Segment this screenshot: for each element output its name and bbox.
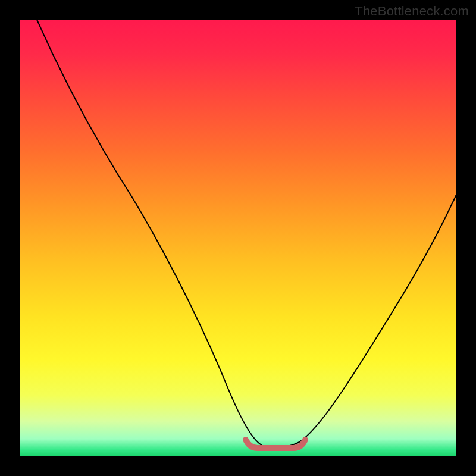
plot-area <box>20 20 456 456</box>
watermark-text: TheBottleneck.com <box>355 4 469 19</box>
chart-frame: TheBottleneck.com <box>0 0 476 476</box>
optimal-range-marker <box>20 20 456 456</box>
